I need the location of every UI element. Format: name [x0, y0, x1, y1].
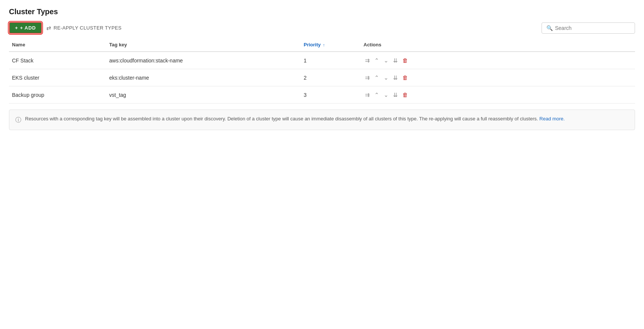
reapply-button[interactable]: ⇄ RE-APPLY CLUSTER TYPES — [46, 25, 122, 31]
cell-actions: ⇉ ⌃ ⌄ ⇊ 🗑 — [361, 69, 635, 86]
move-down-button[interactable]: ⌄ — [382, 74, 390, 82]
move-bottom-button[interactable]: ⇊ — [392, 91, 399, 99]
toolbar-left: + + ADD ⇄ RE-APPLY CLUSTER TYPES — [9, 22, 122, 34]
search-icon: 🔍 — [546, 25, 553, 31]
cell-tagkey: vst_tag — [106, 86, 301, 104]
reapply-label: RE-APPLY CLUSTER TYPES — [53, 25, 122, 31]
page-container: Cluster Types + + ADD ⇄ RE-APPLY CLUSTER… — [0, 0, 644, 138]
col-header-tagkey: Tag key — [106, 38, 301, 52]
cell-priority: 2 — [301, 69, 361, 86]
read-more-link[interactable]: Read more. — [539, 116, 565, 122]
search-input[interactable] — [555, 25, 630, 31]
move-top-button[interactable]: ⇉ — [364, 74, 371, 82]
priority-sort-icon: ↑ — [323, 43, 325, 47]
info-text: Resources with a corresponding tag key w… — [25, 115, 565, 123]
cell-priority: 3 — [301, 86, 361, 104]
cell-name: EKS cluster — [9, 69, 106, 86]
move-down-button[interactable]: ⌄ — [382, 91, 390, 99]
toolbar: + + ADD ⇄ RE-APPLY CLUSTER TYPES 🔍 — [9, 22, 635, 34]
table-row: EKS cluster eks:cluster-name 2 ⇉ ⌃ ⌄ ⇊ 🗑 — [9, 69, 635, 86]
move-bottom-button[interactable]: ⇊ — [392, 56, 399, 64]
col-header-name: Name — [9, 38, 106, 52]
move-up-button[interactable]: ⌃ — [373, 74, 381, 82]
move-down-button[interactable]: ⌄ — [382, 56, 390, 64]
cell-tagkey: aws:cloudformation:stack-name — [106, 52, 301, 69]
page-title: Cluster Types — [9, 7, 635, 16]
cell-tagkey: eks:cluster-name — [106, 69, 301, 86]
cell-priority: 1 — [301, 52, 361, 69]
add-button[interactable]: + + ADD — [9, 22, 42, 34]
table-row: Backup group vst_tag 3 ⇉ ⌃ ⌄ ⇊ 🗑 — [9, 86, 635, 104]
col-header-priority[interactable]: Priority ↑ — [301, 38, 361, 52]
cell-actions: ⇉ ⌃ ⌄ ⇊ 🗑 — [361, 52, 635, 69]
cell-actions: ⇉ ⌃ ⌄ ⇊ 🗑 — [361, 86, 635, 104]
move-top-button[interactable]: ⇉ — [364, 56, 371, 64]
move-up-button[interactable]: ⌃ — [373, 91, 381, 99]
info-icon: ⓘ — [15, 116, 21, 124]
table-row: CF Stack aws:cloudformation:stack-name 1… — [9, 52, 635, 69]
delete-button[interactable]: 🗑 — [401, 56, 410, 64]
cluster-types-table: Name Tag key Priority ↑ Actions CF Stack… — [9, 38, 635, 104]
add-icon: + — [15, 25, 18, 31]
search-box: 🔍 — [542, 22, 635, 34]
info-bar: ⓘ Resources with a corresponding tag key… — [9, 110, 635, 130]
reapply-icon: ⇄ — [46, 25, 51, 31]
col-header-actions: Actions — [361, 38, 635, 52]
delete-button[interactable]: 🗑 — [401, 74, 410, 82]
table-header-row: Name Tag key Priority ↑ Actions — [9, 38, 635, 52]
move-bottom-button[interactable]: ⇊ — [392, 74, 399, 82]
move-up-button[interactable]: ⌃ — [373, 56, 381, 64]
move-top-button[interactable]: ⇉ — [364, 91, 371, 99]
cell-name: CF Stack — [9, 52, 106, 69]
cell-name: Backup group — [9, 86, 106, 104]
delete-button[interactable]: 🗑 — [401, 91, 410, 99]
add-label: + ADD — [20, 25, 36, 31]
